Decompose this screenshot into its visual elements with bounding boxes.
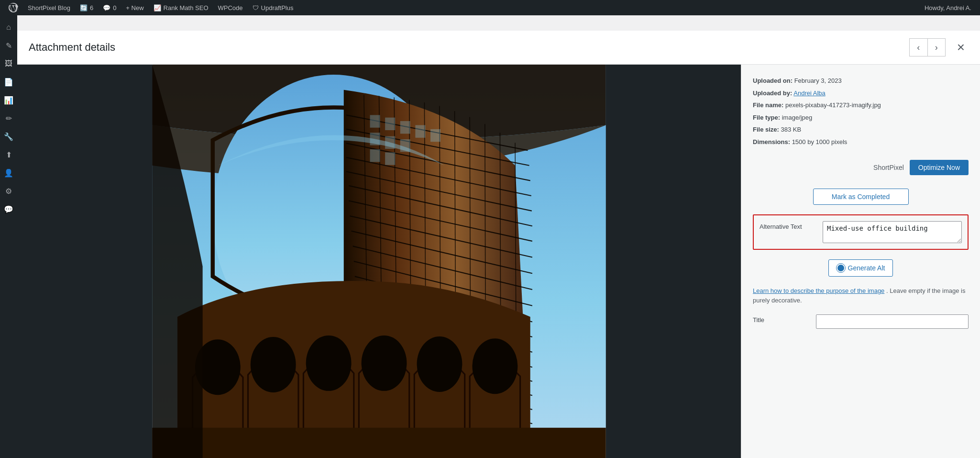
site-name-btn[interactable]: ShortPixel Blog: [23, 0, 75, 15]
updates-count: 6: [90, 4, 93, 11]
alt-text-input[interactable]: [823, 221, 962, 243]
comments-count: 0: [113, 4, 116, 11]
file-type-label: File type:: [753, 114, 780, 121]
modal-nav: ‹ ›: [909, 38, 946, 56]
sidebar-edit-icon[interactable]: ✏: [0, 110, 17, 126]
sidebar-media-icon[interactable]: 🖼: [0, 56, 17, 72]
comments-icon: 💬: [103, 4, 110, 11]
attachment-image: [17, 65, 741, 458]
updraftplus-icon: 🛡: [253, 4, 259, 11]
title-label: Title: [753, 314, 810, 324]
dimensions-row: Dimensions: 1500 by 1000 pixels: [753, 137, 969, 147]
generate-alt-container: Generate Alt: [753, 259, 969, 277]
new-label: + New: [126, 4, 143, 11]
svg-point-48: [362, 335, 407, 391]
svg-rect-37: [400, 121, 410, 134]
updraftplus-btn[interactable]: 🛡 UpdraftPlus: [248, 0, 298, 15]
uploaded-by-link[interactable]: Andrei Alba: [793, 89, 826, 97]
dimensions-value: 1500 by 1000 pixels: [792, 138, 848, 145]
uploaded-on-value: February 3, 2023: [794, 77, 842, 84]
svg-rect-35: [370, 115, 380, 127]
alt-text-help-link[interactable]: Learn how to describe the purpose of the…: [753, 287, 884, 294]
file-size-label: File size:: [753, 126, 779, 133]
sidebar-tools-icon[interactable]: 🔧: [0, 128, 17, 145]
dimensions-label: Dimensions:: [753, 138, 790, 145]
wp-sidebar: ⌂ ✎ 🖼 📄 📊 ✏ 🔧 ⬆ 👤 ⚙ 💬: [0, 15, 17, 458]
sidebar-dashboard-icon[interactable]: ⌂: [0, 19, 17, 35]
mark-completed-btn[interactable]: Mark as Completed: [813, 189, 909, 205]
updates-icon: 🔄: [80, 4, 88, 11]
site-name-label: ShortPixel Blog: [28, 4, 70, 11]
svg-rect-39: [430, 129, 440, 142]
title-input[interactable]: [816, 314, 969, 329]
howdy-text: Howdy, Andrei A.: [920, 4, 976, 11]
modal-title: Attachment details: [29, 41, 909, 54]
image-area: [17, 65, 741, 458]
svg-rect-38: [415, 125, 425, 137]
generate-alt-icon: [837, 264, 845, 272]
optimize-now-btn[interactable]: Optimize Now: [910, 160, 969, 175]
shortpixel-label: ShortPixel: [753, 164, 904, 171]
sidebar-posts-icon[interactable]: ✎: [0, 37, 17, 54]
sidebar-comments-icon[interactable]: 💬: [0, 201, 17, 217]
next-attachment-btn[interactable]: ›: [927, 38, 946, 56]
title-section: Title: [753, 314, 969, 329]
uploaded-on-row: Uploaded on: February 3, 2023: [753, 76, 969, 86]
modal-header: Attachment details ‹ › ×: [17, 31, 980, 65]
rank-math-icon: 📈: [154, 4, 161, 11]
attachment-modal: Attachment details ‹ › ×: [17, 31, 980, 458]
file-name-label: File name:: [753, 101, 783, 109]
mark-completed-container: Mark as Completed: [753, 189, 969, 205]
main-content: Attachment details ‹ › ×: [0, 31, 980, 458]
generate-alt-label: Generate Alt: [848, 264, 885, 272]
updates-btn[interactable]: 🔄 6: [75, 0, 98, 15]
svg-rect-36: [385, 118, 395, 130]
generate-alt-btn[interactable]: Generate Alt: [828, 259, 893, 277]
sidebar-settings-icon[interactable]: ⚙: [0, 183, 17, 199]
uploaded-by-row: Uploaded by: Andrei Alba: [753, 89, 969, 98]
shortpixel-section: ShortPixel Optimize Now: [753, 156, 969, 179]
file-name-row: File name: pexels-pixabay-417273-imagify…: [753, 101, 969, 110]
file-info: Uploaded on: February 3, 2023 Uploaded b…: [753, 76, 969, 146]
svg-rect-43: [370, 149, 380, 162]
rank-math-label: Rank Math SEO: [164, 4, 209, 11]
file-type-row: File type: image/jpeg: [753, 113, 969, 123]
svg-point-49: [417, 336, 462, 392]
updraftplus-label: UpdraftPlus: [261, 4, 294, 11]
admin-bar: ShortPixel Blog 🔄 6 💬 0 + New 📈 Rank Mat…: [0, 0, 980, 15]
file-type-value: image/jpeg: [782, 114, 813, 121]
sidebar-users-icon[interactable]: 👤: [0, 165, 17, 181]
alt-text-section: Alternative Text: [753, 214, 969, 250]
alt-text-label: Alternative Text: [760, 221, 817, 230]
close-modal-btn[interactable]: ×: [953, 41, 969, 54]
svg-point-46: [251, 337, 296, 392]
wpcode-btn[interactable]: WPCode: [213, 0, 248, 15]
prev-attachment-btn[interactable]: ‹: [909, 38, 927, 56]
alt-text-help: Learn how to describe the purpose of the…: [753, 286, 969, 305]
wpcode-label: WPCode: [218, 4, 243, 11]
svg-rect-44: [385, 152, 395, 165]
modal-body: Uploaded on: February 3, 2023 Uploaded b…: [17, 65, 980, 458]
comments-btn[interactable]: 💬 0: [98, 0, 121, 15]
file-size-value: 383 KB: [781, 126, 802, 133]
svg-rect-51: [152, 428, 606, 458]
wp-logo-btn[interactable]: [4, 0, 23, 15]
uploaded-on-label: Uploaded on:: [753, 77, 793, 84]
file-name-value: pexels-pixabay-417273-imagify.jpg: [785, 101, 881, 109]
svg-point-47: [306, 335, 352, 391]
sidebar-pages-icon[interactable]: 📄: [0, 74, 17, 90]
uploaded-by-label: Uploaded by:: [753, 89, 792, 97]
svg-point-50: [472, 338, 518, 394]
sidebar-upload-icon[interactable]: ⬆: [0, 146, 17, 163]
file-size-row: File size: 383 KB: [753, 125, 969, 134]
details-panel: Uploaded on: February 3, 2023 Uploaded b…: [741, 65, 980, 458]
rank-math-btn[interactable]: 📈 Rank Math SEO: [149, 0, 213, 15]
sidebar-analytics-icon[interactable]: 📊: [0, 92, 17, 108]
new-btn[interactable]: + New: [121, 0, 148, 15]
modal-overlay: Attachment details ‹ › ×: [0, 31, 980, 458]
